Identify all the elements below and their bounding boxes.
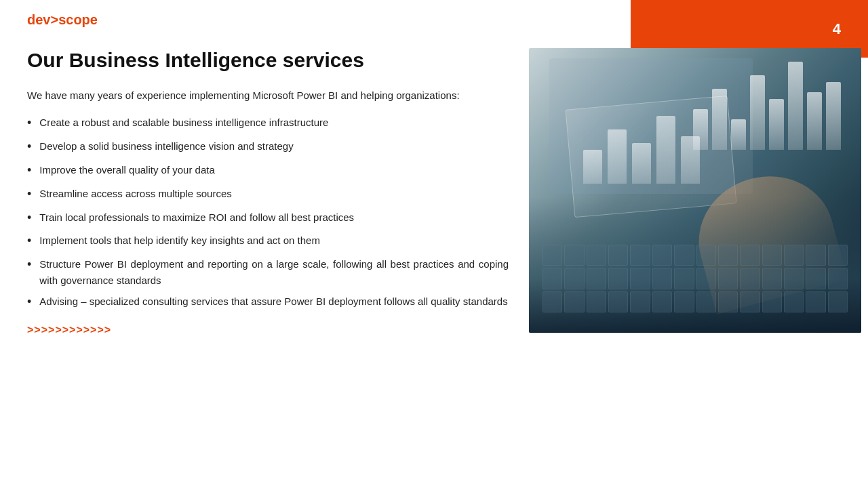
keyboard-key bbox=[608, 245, 628, 266]
keyboard-key bbox=[542, 245, 562, 266]
bullet-item: Train local professionals to maximize RO… bbox=[27, 209, 509, 228]
keyboard-key bbox=[762, 268, 782, 289]
chart-bar bbox=[693, 109, 708, 150]
arrows-row: >>>>>>>>>>>> bbox=[27, 324, 509, 336]
keyboard-key bbox=[630, 291, 650, 312]
keyboard-key bbox=[608, 268, 628, 289]
intro-text: We have many years of experience impleme… bbox=[27, 87, 509, 104]
keyboard-key bbox=[674, 268, 694, 289]
holo-bar bbox=[632, 143, 651, 184]
keyboard-key bbox=[740, 245, 760, 266]
chart-bar bbox=[826, 82, 841, 150]
keyboard-key bbox=[806, 291, 825, 312]
right-column bbox=[529, 48, 861, 336]
keyboard-key bbox=[696, 291, 716, 312]
chart-bar bbox=[750, 75, 765, 150]
keyboard-key bbox=[784, 291, 804, 312]
keyboard-key bbox=[696, 245, 716, 266]
keyboard-key bbox=[587, 291, 606, 312]
keyboard-key bbox=[828, 245, 848, 266]
chart-bar bbox=[769, 99, 784, 150]
keyboard-key bbox=[806, 245, 825, 266]
logo: dev>scope bbox=[27, 12, 98, 28]
page-title: Our Business Intelligence services bbox=[27, 48, 509, 73]
keyboard-key bbox=[564, 245, 584, 266]
chart-bar bbox=[731, 119, 746, 150]
holo-bar bbox=[583, 150, 602, 184]
keyboard-key bbox=[630, 268, 650, 289]
keyboard-key bbox=[696, 268, 716, 289]
holo-bar bbox=[608, 129, 627, 184]
keyboard-key bbox=[762, 245, 782, 266]
keyboard-key bbox=[674, 245, 694, 266]
keyboard-key bbox=[784, 268, 804, 289]
bullet-item: Streamline access across multiple source… bbox=[27, 186, 509, 204]
keyboard-key bbox=[674, 291, 694, 312]
bullet-item: Improve the overall quality of your data bbox=[27, 162, 509, 180]
bullet-item: Implement tools that help identify key i… bbox=[27, 232, 509, 251]
keyboard-key bbox=[806, 268, 825, 289]
chart-bar bbox=[807, 92, 822, 150]
keyboard-key bbox=[652, 268, 672, 289]
keyboard-key bbox=[587, 268, 606, 289]
keyboard-key bbox=[718, 245, 738, 266]
hero-image bbox=[529, 48, 861, 333]
holo-bar bbox=[656, 116, 675, 184]
keyboard-key bbox=[587, 245, 606, 266]
keyboard-key bbox=[784, 245, 804, 266]
keyboard-key bbox=[564, 291, 584, 312]
page-number: 4 bbox=[833, 20, 841, 38]
keyboard-key bbox=[828, 268, 848, 289]
main-content: Our Business Intelligence services We ha… bbox=[0, 35, 868, 350]
keyboard-key bbox=[718, 291, 738, 312]
header: dev>scope 4 bbox=[0, 0, 868, 28]
keyboard-key bbox=[762, 291, 782, 312]
keyboard-key bbox=[630, 245, 650, 266]
keyboard-key bbox=[828, 291, 848, 312]
keyboard-key bbox=[542, 291, 562, 312]
keyboard-key bbox=[542, 268, 562, 289]
bullet-item: Create a robust and scalable business in… bbox=[27, 115, 509, 133]
bullet-list: Create a robust and scalable business in… bbox=[27, 115, 509, 312]
chart-bar bbox=[712, 89, 727, 150]
keyboard-key bbox=[740, 268, 760, 289]
keyboard-key bbox=[718, 268, 738, 289]
bullet-item: Advising – specialized consulting servic… bbox=[27, 293, 509, 312]
keyboard-area bbox=[542, 245, 848, 312]
keyboard-key bbox=[652, 245, 672, 266]
keyboard-key bbox=[740, 291, 760, 312]
chart-bar bbox=[788, 62, 803, 150]
bullet-item: Structure Power BI deployment and report… bbox=[27, 256, 509, 288]
holo-chart bbox=[583, 116, 700, 184]
bullet-item: Develop a solid business intelligence vi… bbox=[27, 138, 509, 157]
left-column: Our Business Intelligence services We ha… bbox=[27, 48, 509, 336]
chart-overlay bbox=[693, 62, 841, 150]
keyboard-key bbox=[608, 291, 628, 312]
keyboard-key bbox=[652, 291, 672, 312]
keyboard-key bbox=[564, 268, 584, 289]
